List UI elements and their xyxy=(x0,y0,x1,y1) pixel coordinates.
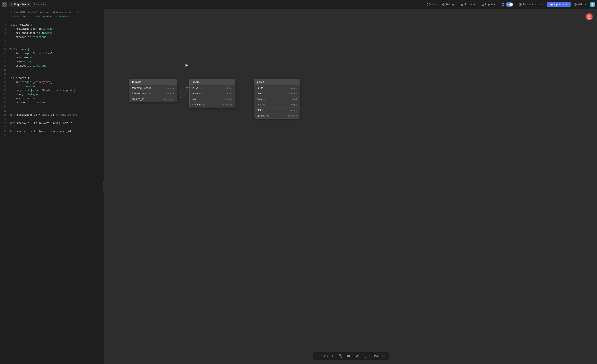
svg-rect-27 xyxy=(380,355,382,357)
tab-name: Blog schema xyxy=(14,3,29,6)
svg-point-16 xyxy=(592,3,593,5)
fit-view-button[interactable] xyxy=(337,353,344,359)
show-chevron-icon xyxy=(384,355,386,357)
table-posts-header: posts xyxy=(254,79,300,85)
table-follows[interactable]: follows following_user_id integer follow… xyxy=(129,79,177,102)
import-label: Import xyxy=(485,3,493,6)
zoom-plus-button[interactable]: + xyxy=(330,354,335,358)
table-row[interactable]: username varchar xyxy=(189,91,235,96)
table-row[interactable]: created_at timestamp xyxy=(189,102,235,107)
table-row[interactable]: followed_user_id integer xyxy=(129,91,177,96)
toggle-switch[interactable] xyxy=(506,2,513,7)
field-type: integer xyxy=(167,87,174,89)
help-icon: ? xyxy=(574,3,577,6)
canvas-toolbar: − 100% + xyxy=(312,352,389,360)
line-numbers: 12345 678910 1112131415 1617181920 21222… xyxy=(0,9,8,139)
diagram-canvas[interactable]: follows following_user_id integer follow… xyxy=(104,9,597,364)
field-name: created_at xyxy=(257,114,269,117)
pencil-icon xyxy=(356,354,359,358)
field-name: id 🔑 xyxy=(257,87,263,89)
field-type: timestamp xyxy=(222,103,232,106)
export-label: Export xyxy=(464,3,472,6)
field-type: varchar xyxy=(225,98,232,100)
dark-mode-toggle[interactable] xyxy=(500,2,515,7)
crop-icon xyxy=(363,354,366,358)
zoom-minus-icon[interactable]: − xyxy=(316,355,317,357)
table-row[interactable]: id 🔑 integer xyxy=(189,85,235,91)
table-row[interactable]: user_id integer xyxy=(254,102,300,108)
svg-point-4 xyxy=(427,3,428,4)
field-type: timestamp xyxy=(164,98,174,100)
table-row[interactable]: body ⧉ text xyxy=(254,96,300,102)
table-row[interactable]: following_user_id integer xyxy=(129,85,177,91)
field-type: integer xyxy=(290,87,297,89)
import-icon xyxy=(481,3,484,6)
layout-icon xyxy=(346,354,350,358)
upgrade-button[interactable]: Upgrade xyxy=(547,2,571,7)
upgrade-icon xyxy=(550,3,553,6)
code-text[interactable]: // Use DBML to define your database stru… xyxy=(8,9,104,139)
svg-line-8 xyxy=(426,5,427,5)
user-avatar[interactable] xyxy=(590,2,595,7)
table-users[interactable]: users id 🔑 integer username varchar role… xyxy=(189,79,236,108)
export-chevron-icon xyxy=(473,3,475,6)
svg-rect-0 xyxy=(3,3,4,4)
history-button[interactable]: History xyxy=(440,2,457,7)
share-button[interactable]: Share xyxy=(423,2,439,7)
field-type: varchar xyxy=(225,92,232,95)
collapse-editor-button[interactable]: ◀ xyxy=(103,182,104,190)
field-name: created_at xyxy=(192,103,204,106)
zoom-level-display: 100% xyxy=(319,354,330,358)
svg-text:?: ? xyxy=(575,4,576,6)
table-row[interactable]: status varchar xyxy=(254,108,300,113)
svg-rect-21 xyxy=(339,355,340,356)
history-label: History xyxy=(446,3,454,6)
help-chevron-icon xyxy=(584,3,586,6)
field-name: title xyxy=(257,92,261,95)
show-label: Show: xyxy=(372,355,378,357)
layout-toggle-button[interactable] xyxy=(344,353,352,359)
toolbar-divider-2 xyxy=(353,354,353,358)
zoom-minus-button[interactable]: − xyxy=(314,354,319,358)
svg-marker-13 xyxy=(550,3,553,6)
export-button[interactable]: Export xyxy=(458,2,478,7)
zoom-plus-icon[interactable]: + xyxy=(332,355,333,357)
svg-rect-26 xyxy=(348,356,349,357)
svg-point-20 xyxy=(589,15,590,17)
field-type: integer xyxy=(290,103,297,106)
field-name: created_at xyxy=(132,98,144,101)
show-options-button[interactable]: Show: xyxy=(370,354,388,358)
field-type: integer xyxy=(225,87,232,89)
field-name: following_user_id xyxy=(132,87,151,89)
app-logo[interactable] xyxy=(2,2,7,7)
crop-tool-button[interactable] xyxy=(361,353,368,359)
field-name: username xyxy=(192,92,203,95)
table-posts[interactable]: posts id 🔑 integer title varchar body ⧉ … xyxy=(254,79,300,119)
field-name: followed_user_id xyxy=(132,92,150,95)
svg-rect-25 xyxy=(347,356,348,357)
table-users-header: users xyxy=(189,79,235,85)
svg-point-5 xyxy=(425,4,426,5)
import-chevron-icon xyxy=(494,3,496,6)
table-row[interactable]: title varchar xyxy=(254,91,300,96)
zoom-label: 100% xyxy=(321,355,328,357)
canvas-user-avatar xyxy=(586,13,593,20)
svg-rect-2 xyxy=(3,5,4,6)
help-button[interactable]: ? Help xyxy=(572,2,589,7)
code-editor[interactable]: 12345 678910 1112131415 1617181920 21222… xyxy=(0,9,104,364)
table-row[interactable]: created_at timestamp xyxy=(129,96,177,102)
table-row[interactable]: id 🔑 integer xyxy=(254,85,300,91)
pencil-tool-button[interactable] xyxy=(353,353,361,359)
field-name: user_id xyxy=(257,103,265,106)
svg-rect-3 xyxy=(5,5,6,6)
field-type: integer xyxy=(167,92,174,95)
table-row[interactable]: role varchar xyxy=(189,96,235,102)
import-button[interactable]: Import xyxy=(479,2,498,7)
field-type: varchar xyxy=(289,92,297,95)
publish-button[interactable]: Publish to dbdocs xyxy=(516,2,546,7)
current-tab[interactable]: Blog schema xyxy=(8,2,31,7)
history-icon xyxy=(442,3,445,6)
table-row[interactable]: created_at timestamp xyxy=(254,113,300,118)
show-table-icon xyxy=(380,355,383,357)
export-icon xyxy=(460,3,463,6)
